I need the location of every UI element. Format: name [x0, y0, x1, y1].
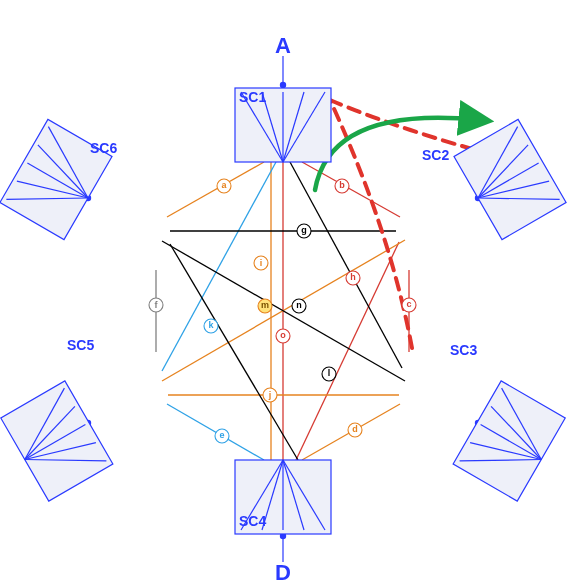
node-SC2-label: SC2 [422, 147, 449, 163]
vertex-D-label: D [275, 560, 291, 585]
edge-h-label: h [350, 272, 356, 282]
edge-l-label: l [328, 368, 331, 378]
edge-m-label: m [261, 300, 269, 310]
edge-o-label: o [280, 330, 286, 340]
edge-d-label: d [352, 424, 358, 434]
node-SC6-label: SC6 [90, 140, 117, 156]
svg-line-21 [167, 404, 264, 460]
node-SC1: SC1 [235, 88, 331, 162]
svg-line-25 [170, 244, 298, 460]
svg-line-26 [290, 162, 402, 368]
edge-b-label: b [339, 180, 345, 190]
svg-point-1 [280, 82, 286, 88]
inner-connections [156, 162, 409, 460]
node-SC4: SC4 [235, 460, 331, 534]
edge-j-label: j [268, 390, 272, 400]
edge-g-label: g [301, 225, 307, 235]
node-SC6 [0, 119, 112, 239]
vertex-D: D [275, 533, 291, 585]
hexagonal-camera-diagram: A B C D E F [0, 0, 587, 587]
node-SC3-label: SC3 [450, 342, 477, 358]
vertex-A: A [275, 33, 291, 88]
node-SC3 [453, 381, 565, 501]
edge-i-label: i [260, 258, 263, 268]
node-SC2 [454, 119, 566, 239]
node-SC5 [1, 381, 113, 501]
edge-n-label: n [296, 300, 302, 310]
node-SC4-label: SC4 [239, 513, 266, 529]
node-SC5-label: SC5 [67, 337, 94, 353]
edge-c-label: c [406, 299, 411, 309]
edge-e-label: e [219, 430, 224, 440]
vertex-A-label: A [275, 33, 291, 58]
svg-line-16 [167, 162, 264, 217]
node-SC1-label: SC1 [239, 89, 266, 105]
